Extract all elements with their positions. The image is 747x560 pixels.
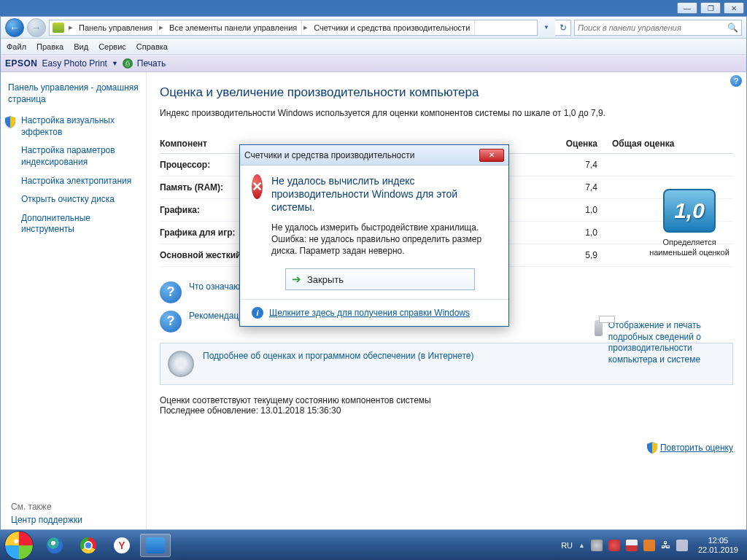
epson-toolbar: EPSON Easy Photo Print ▼ ⎙ Печать: [1, 55, 746, 72]
breadcrumb-segment[interactable]: Все элементы панели управления: [165, 20, 302, 35]
learn-more-link[interactable]: Подробнее об оценках и программном обесп…: [203, 351, 473, 377]
shield-icon: [647, 442, 657, 454]
breadcrumb-segment[interactable]: Панель управления: [74, 20, 158, 35]
search-icon: 🔍: [727, 23, 738, 33]
menu-view[interactable]: Вид: [74, 42, 88, 51]
taskbar-control-panel[interactable]: [140, 534, 171, 557]
base-score-tile: 1,0 Определяется наименьшей оценкой: [646, 189, 733, 258]
page-description: Индекс производительности Windows исполь…: [160, 107, 733, 120]
rerun-label: Повторить оценку: [660, 443, 733, 453]
print-icon: ⎙: [123, 58, 133, 69]
sidebar: Панель управления - домашняя страница На…: [1, 72, 147, 529]
see-also-label: См. также: [11, 502, 52, 512]
print-details-text[interactable]: Отображение и печать подробных сведений …: [608, 320, 733, 365]
menu-help[interactable]: Справка: [136, 42, 168, 51]
close-button[interactable]: ➔ Закрыть: [285, 268, 475, 290]
tray-expand[interactable]: ▲: [578, 542, 585, 549]
nav-back-button[interactable]: ←: [5, 18, 24, 37]
print-details-link[interactable]: Отображение и печать подробных сведений …: [595, 320, 733, 365]
clock-date: 22.01.2019: [698, 545, 738, 554]
maximize-button[interactable]: ❐: [700, 2, 721, 14]
refresh-button[interactable]: ↻: [555, 20, 571, 36]
print-button[interactable]: Печать: [137, 58, 166, 69]
error-dialog: Счетчики и средства производительности ✕…: [239, 144, 509, 327]
menu-bar: Файл Правка Вид Сервис Справка: [1, 39, 746, 55]
tray-flag-icon[interactable]: [626, 540, 638, 551]
history-dropdown[interactable]: ▼: [541, 24, 552, 31]
base-score-caption: Определяется наименьшей оценкой: [646, 237, 733, 258]
epson-app-name[interactable]: Easy Photo Print: [42, 58, 107, 69]
search-input[interactable]: [578, 23, 727, 32]
chrome-icon: [80, 537, 96, 553]
question-icon: ?: [160, 311, 182, 332]
clock-time: 12:05: [708, 536, 729, 545]
info-icon: i: [252, 307, 263, 319]
dialog-titlebar[interactable]: Счетчики и средства производительности ✕: [240, 145, 508, 166]
taskbar-yandex[interactable]: Y: [107, 534, 137, 557]
printer-icon: [595, 320, 603, 336]
sidebar-link-power[interactable]: Настройка электропитания: [21, 176, 139, 187]
address-bar: ← → ▸ Панель управления▸ Все элементы па…: [1, 17, 746, 39]
ie-icon: [47, 537, 63, 553]
sidebar-link-advanced-tools[interactable]: Дополнительные инструменты: [21, 213, 139, 236]
breadcrumb[interactable]: ▸ Панель управления▸ Все элементы панели…: [49, 20, 538, 36]
control-panel-icon: [146, 537, 165, 553]
rerun-assessment-link[interactable]: Повторить оценку: [647, 442, 733, 454]
taskbar-chrome[interactable]: [73, 534, 104, 557]
breadcrumb-segment[interactable]: Счетчики и средства производительности: [309, 20, 475, 35]
menu-file[interactable]: Файл: [7, 42, 26, 51]
window-title-bar: — ❐ ✕: [0, 0, 747, 16]
dialog-body: Не удалось измерить быстродействие храни…: [271, 222, 497, 257]
page-title: Оценка и увеличение производительности к…: [160, 85, 733, 100]
tray-opera-icon[interactable]: [608, 540, 620, 551]
status-line-1: Оценки соответствуют текущему состоянию …: [160, 395, 733, 405]
menu-edit[interactable]: Правка: [36, 42, 63, 51]
sidebar-link-disk-cleanup[interactable]: Открыть очистку диска: [21, 194, 139, 206]
taskbar-ie[interactable]: [39, 534, 70, 557]
tray-sound-icon[interactable]: [676, 540, 688, 551]
system-tray: RU ▲ 🖧 12:05 22.01.2019: [561, 536, 743, 553]
error-icon: ✕: [252, 174, 263, 199]
epson-brand: EPSON: [5, 58, 38, 69]
base-score-value: 1,0: [663, 189, 716, 233]
status-line-2: Последнее обновление: 13.01.2018 15:36:3…: [160, 405, 733, 416]
nav-forward-button[interactable]: →: [27, 18, 46, 37]
minimize-button[interactable]: —: [677, 2, 697, 14]
folder-icon: [53, 23, 64, 33]
sidebar-link-indexing[interactable]: Настройка параметров индексирования: [21, 145, 139, 168]
close-button-label: Закрыть: [307, 274, 344, 285]
footer-status: Оценки соответствуют текущему состоянию …: [160, 395, 733, 416]
action-center-link[interactable]: Центр поддержки: [11, 515, 82, 525]
start-button[interactable]: [4, 531, 34, 560]
dialog-title: Счетчики и средства производительности: [244, 150, 414, 160]
shield-icon: [5, 116, 15, 128]
menu-tools[interactable]: Сервис: [98, 42, 126, 51]
lang-indicator[interactable]: RU: [561, 541, 573, 550]
tray-app-icon[interactable]: [643, 540, 655, 551]
yandex-icon: Y: [114, 537, 130, 553]
col-base: Общая оценка: [612, 139, 700, 149]
arrow-icon: ➔: [286, 273, 301, 286]
question-icon: ?: [160, 281, 182, 303]
tray-printer-icon[interactable]: [591, 540, 603, 551]
dialog-close-button[interactable]: ✕: [479, 149, 504, 162]
software-icon: [168, 351, 194, 377]
control-panel-home-link[interactable]: Панель управления - домашняя страница: [8, 82, 139, 105]
tray-network-icon[interactable]: 🖧: [661, 540, 670, 551]
taskbar: Y RU ▲ 🖧 12:05 22.01.2019: [0, 530, 747, 560]
search-box[interactable]: 🔍: [574, 20, 742, 36]
windows-help-link[interactable]: Щелкните здесь для получения справки Win…: [269, 308, 470, 318]
close-window-button[interactable]: ✕: [724, 2, 744, 14]
dialog-heading: Не удалось вычислить индекс производител…: [271, 174, 497, 214]
taskbar-clock[interactable]: 12:05 22.01.2019: [694, 536, 743, 553]
sidebar-link-visual-effects[interactable]: Настройка визуальных эффектов: [21, 115, 139, 138]
